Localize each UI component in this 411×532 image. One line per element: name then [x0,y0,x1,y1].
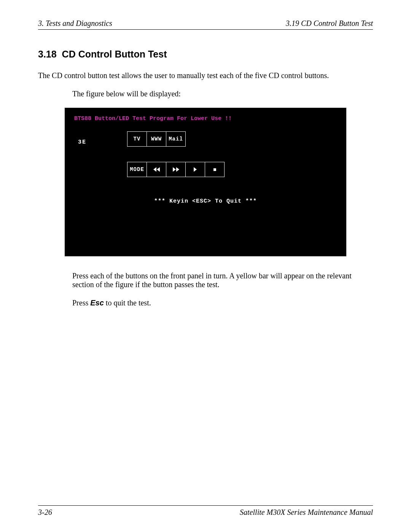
page-footer: 3-26 Satellite M30X Series Maintenance M… [38,505,373,517]
www-button: WWW [147,131,166,147]
section-heading: 3.18 CD Control Button Test [38,49,373,60]
header-left: 3. Tests and Diagnostics [38,19,112,28]
instruction-press-buttons: Press each of the buttons on the front p… [72,272,373,289]
esc-key-label: Esc [90,299,104,307]
play-icon [194,167,197,172]
terminal-quit-line: *** Keyin <ESC> To Quit *** [74,198,337,204]
section-number: 3.18 [38,49,57,59]
footer-page-number: 3-26 [38,508,52,517]
intro-paragraph: The CD control button test allows the us… [38,71,373,80]
figure-caption: The figure below will be displayed: [72,89,373,98]
button-row-2: MODE [127,162,225,177]
terminal-title: BTS88 Button/LED Test Program For Lower … [74,115,337,122]
page-header: 3. Tests and Diagnostics 3.19 CD Control… [38,19,373,30]
header-right: 3.19 CD Control Button Test [286,19,373,28]
instruction-press-esc: Press Esc to quit the test. [72,299,373,307]
mail-button: Mail [166,131,186,147]
stop-button [205,162,225,177]
tv-button: TV [127,131,147,147]
press-suffix: to quit the test. [104,299,151,307]
rewind-icon [153,167,160,172]
footer-manual-title: Satellite M30X Series Maintenance Manual [240,508,373,517]
terminal-screenshot: BTS88 Button/LED Test Program For Lower … [65,108,346,256]
mode-button: MODE [127,162,147,177]
button-row-1: TV WWW Mail [127,131,186,147]
fast-forward-icon [173,167,179,172]
fast-forward-button [166,162,186,177]
terminal-code: 3E [78,139,86,145]
stop-icon [213,168,216,171]
press-prefix: Press [72,299,90,307]
section-title: CD Control Button Test [62,49,167,59]
rewind-button [147,162,166,177]
play-button [185,162,205,177]
document-page: 3. Tests and Diagnostics 3.19 CD Control… [0,0,411,532]
